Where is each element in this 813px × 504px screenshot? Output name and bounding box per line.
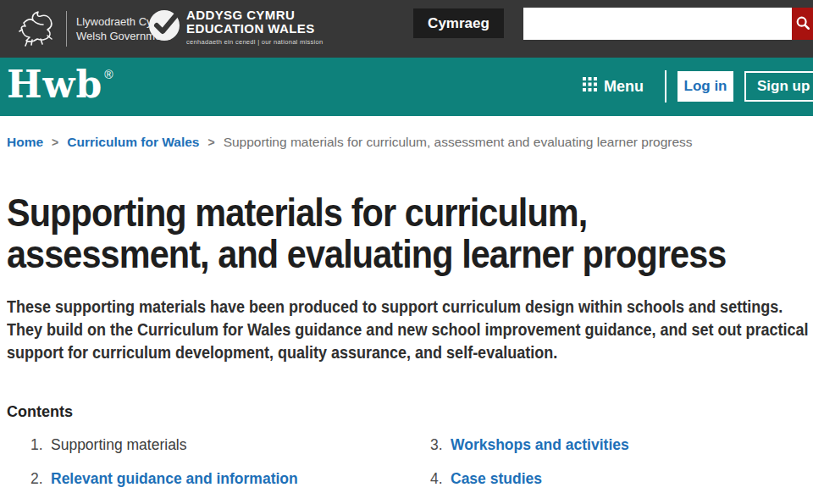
- breadcrumb-home-link[interactable]: Home: [7, 135, 43, 150]
- list-item: 2. Relevant guidance and information: [7, 469, 406, 488]
- education-wales-wordmark[interactable]: ADDYSG CYMRU EDUCATION WALES cenhadaeth …: [186, 8, 324, 46]
- search-icon: [795, 15, 810, 33]
- education-wales-line2: EDUCATION WALES: [186, 22, 324, 36]
- contents-item-case-studies-link[interactable]: Case studies: [451, 469, 542, 488]
- intro-paragraph: These supporting materials have been pro…: [7, 296, 813, 364]
- site-header: Hwb® Menu Log in Sign up: [0, 58, 813, 116]
- list-item-number: 3.: [430, 435, 451, 454]
- list-item: 4. Case studies: [406, 469, 806, 488]
- chevron-right-icon: >: [52, 136, 58, 149]
- contents-item-supporting-materials: Supporting materials: [51, 435, 187, 454]
- page-title-line2: assessment, and evaluating learner progr…: [7, 234, 813, 275]
- government-top-bar: Llywodraeth Cymru Welsh Government ADDYS…: [0, 0, 813, 58]
- search-input[interactable]: [523, 8, 792, 40]
- contents-item-workshops-link[interactable]: Workshops and activities: [451, 435, 629, 454]
- contents-list: 1. Supporting materials 3. Workshops and…: [7, 435, 806, 503]
- contents-heading: Contents: [7, 403, 73, 421]
- hwb-logo-text: Hwb: [7, 63, 102, 106]
- page-title: Supporting materials for curriculum, ass…: [7, 192, 813, 275]
- top-bar-divider: [66, 11, 67, 47]
- list-item: 1. Supporting materials: [7, 435, 406, 454]
- menu-label: Menu: [604, 78, 644, 96]
- chevron-right-icon: >: [207, 136, 214, 149]
- breadcrumb: Home > Curriculum for Wales > Supporting…: [7, 135, 693, 150]
- contents-row: 1. Supporting materials 3. Workshops and…: [7, 435, 806, 454]
- education-wales-check-icon: [148, 9, 180, 42]
- header-divider: [665, 70, 666, 102]
- menu-grid-icon: [583, 77, 597, 96]
- list-item: 3. Workshops and activities: [406, 435, 806, 454]
- contents-row: 2. Relevant guidance and information 4. …: [7, 469, 806, 488]
- education-wales-tagline: cenhadaeth ein cenedl | our national mis…: [186, 38, 324, 46]
- page-title-line1: Supporting materials for curriculum,: [7, 192, 813, 234]
- contents-item-guidance-link[interactable]: Relevant guidance and information: [51, 469, 298, 488]
- signup-button[interactable]: Sign up: [744, 71, 813, 102]
- education-wales-line1: ADDYSG CYMRU: [186, 8, 324, 22]
- login-button[interactable]: Log in: [678, 71, 733, 102]
- language-toggle-button[interactable]: Cymraeg: [413, 8, 504, 38]
- list-item-number: 1.: [30, 435, 51, 454]
- breadcrumb-curriculum-link[interactable]: Curriculum for Wales: [67, 135, 199, 150]
- welsh-dragon-logo: [19, 8, 56, 48]
- registered-mark: ®: [104, 68, 113, 81]
- list-item-number: 4.: [430, 469, 451, 488]
- list-item-number: 2.: [30, 469, 51, 488]
- search-button[interactable]: [792, 8, 813, 40]
- hwb-logo[interactable]: Hwb®: [7, 63, 114, 106]
- breadcrumb-current-page: Supporting materials for curriculum, ass…: [224, 135, 693, 150]
- menu-button[interactable]: Menu: [583, 73, 644, 100]
